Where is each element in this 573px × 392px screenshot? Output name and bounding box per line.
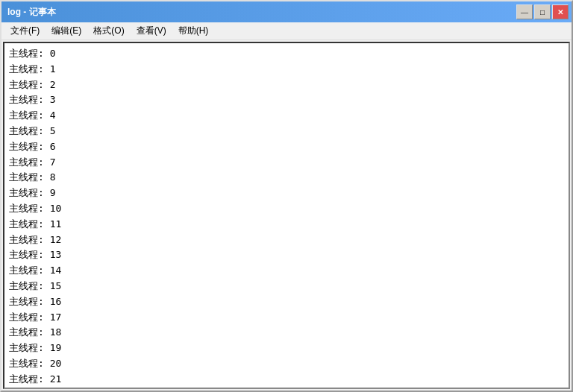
title-bar: log - 记事本 — □ ✕ [1,1,572,22]
minimize-button[interactable]: — [516,4,533,19]
menu-edit[interactable]: 编辑(E) [46,23,87,39]
menu-file[interactable]: 文件(F) [4,23,46,39]
title-buttons: — □ ✕ [516,4,569,19]
menu-format[interactable]: 格式(O) [87,23,130,39]
content-area: 主线程: 0 主线程: 1 主线程: 2 主线程: 3 主线程: 4 主线程: … [3,42,570,389]
menu-help[interactable]: 帮助(H) [172,23,215,39]
menu-view[interactable]: 查看(V) [131,23,172,39]
menu-bar: 文件(F) 编辑(E) 格式(O) 查看(V) 帮助(H) [1,22,572,40]
window: log - 记事本 — □ ✕ 文件(F) 编辑(E) 格式(O) 查看(V) … [0,0,573,392]
close-button[interactable]: ✕ [552,4,569,19]
window-title: log - 记事本 [7,6,56,19]
text-editor[interactable]: 主线程: 0 主线程: 1 主线程: 2 主线程: 3 主线程: 4 主线程: … [4,43,569,388]
maximize-button[interactable]: □ [534,4,551,19]
